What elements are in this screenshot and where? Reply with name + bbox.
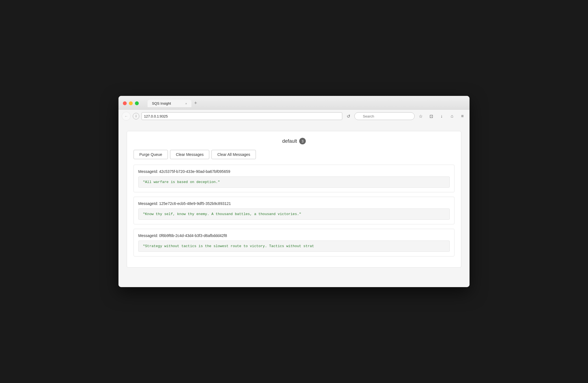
toolbar-icons: ☆ ⊡ ↓ ⌂ ≡ bbox=[417, 112, 466, 120]
tab-sqs-insight[interactable]: SQS Insight × bbox=[148, 100, 191, 107]
reading-list-icon: ⊡ bbox=[429, 114, 433, 119]
bookmark-button[interactable]: ☆ bbox=[417, 112, 425, 120]
menu-button[interactable]: ≡ bbox=[459, 112, 466, 120]
tab-title: SQS Insight bbox=[152, 101, 171, 105]
back-button[interactable]: ← bbox=[122, 112, 131, 121]
menu-icon: ≡ bbox=[461, 114, 463, 119]
search-wrapper: 🔍 bbox=[354, 112, 415, 120]
message-item: MessageId: 42c5375f-b720-433e-90ad-ba67b… bbox=[134, 165, 454, 192]
reload-icon: ↺ bbox=[347, 114, 350, 119]
home-button[interactable]: ⌂ bbox=[448, 112, 456, 120]
reading-list-button[interactable]: ⊡ bbox=[427, 112, 435, 120]
title-bar-top: SQS Insight × + bbox=[123, 99, 465, 107]
browser-window: SQS Insight × + ← i ↺ 🔍 ☆ ⊡ bbox=[118, 96, 470, 287]
queue-name: default bbox=[282, 138, 297, 144]
message-item: MessageId: 125e72c6-ecb5-48e9-9df5-352b9… bbox=[134, 197, 454, 224]
bookmark-icon: ☆ bbox=[419, 114, 423, 119]
action-buttons: Purge Queue Clear Messages Clear All Mes… bbox=[134, 150, 454, 159]
message-body-1: "All warfare is based on deception." bbox=[138, 176, 450, 188]
back-icon: ← bbox=[124, 114, 128, 118]
window-controls bbox=[123, 101, 139, 105]
tab-close-icon[interactable]: × bbox=[185, 102, 187, 105]
message-id-2: MessageId: 125e72c6-ecb5-48e9-9df5-352b9… bbox=[138, 201, 450, 206]
message-item: MessageId: 0f6b9f6b-2c4d-43d4-b3f3-d6afb… bbox=[134, 229, 454, 256]
address-bar[interactable] bbox=[142, 112, 342, 120]
queue-panel: default 3 Purge Queue Clear Messages Cle… bbox=[127, 131, 461, 268]
tabs-row: SQS Insight × + bbox=[148, 99, 199, 107]
reload-button[interactable]: ↺ bbox=[344, 112, 352, 120]
maximize-button[interactable] bbox=[135, 101, 139, 105]
message-id-1: MessageId: 42c5375f-b720-433e-90ad-ba67b… bbox=[138, 169, 450, 174]
message-body-3[interactable]: "Strategy without tactics is the slowest… bbox=[138, 241, 450, 252]
minimize-button[interactable] bbox=[129, 101, 133, 105]
close-button[interactable] bbox=[123, 101, 127, 105]
clear-all-messages-button[interactable]: Clear All Messages bbox=[211, 150, 256, 159]
info-icon: i bbox=[136, 114, 137, 118]
new-tab-button[interactable]: + bbox=[192, 99, 199, 107]
clear-messages-button[interactable]: Clear Messages bbox=[170, 150, 209, 159]
queue-count-badge: 3 bbox=[299, 138, 306, 144]
download-icon: ↓ bbox=[440, 114, 443, 119]
toolbar: ← i ↺ 🔍 ☆ ⊡ ↓ ⌂ ≡ bbox=[118, 109, 470, 123]
page-content: default 3 Purge Queue Clear Messages Cle… bbox=[118, 123, 470, 287]
info-button[interactable]: i bbox=[133, 113, 139, 119]
queue-header: default 3 bbox=[134, 138, 454, 144]
title-bar: SQS Insight × + bbox=[118, 96, 470, 109]
message-body-2: "Know thy self, know thy enemy. A thousa… bbox=[138, 208, 450, 220]
message-id-3: MessageId: 0f6b9f6b-2c4d-43d4-b3f3-d6afb… bbox=[138, 233, 450, 238]
download-button[interactable]: ↓ bbox=[438, 112, 445, 120]
purge-queue-button[interactable]: Purge Queue bbox=[134, 150, 168, 159]
search-input[interactable] bbox=[354, 112, 415, 120]
home-icon: ⌂ bbox=[451, 114, 453, 119]
